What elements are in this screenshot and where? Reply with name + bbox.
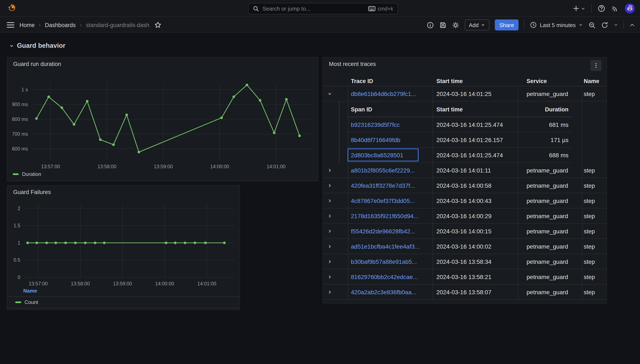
add-button-label: Add <box>469 22 479 28</box>
trace-row[interactable]: 81629760bb2c42edcae... 2024-03-16 13:58:… <box>323 269 606 284</box>
legend-item-duration[interactable]: Duration <box>13 171 41 177</box>
span-id-link[interactable]: 2d803bc8a6528501 <box>351 152 403 158</box>
span-id-link[interactable]: 8b40d6f716649fdb <box>351 136 400 143</box>
traces-table: Trace ID Start time Service Name db8e61b… <box>323 76 606 300</box>
expand-row-chevron-icon[interactable] <box>327 228 332 234</box>
toolbar-divider <box>623 21 624 29</box>
trace-row[interactable]: 420a2ab2c3e836fb0aa... 2024-03-16 13:58:… <box>323 284 606 300</box>
svg-text:700 ms: 700 ms <box>12 131 28 137</box>
trace-service: petname_guard <box>527 197 568 204</box>
trace-row[interactable]: ad51e1bcfba4c1fee4af3... 2024-03-16 14:0… <box>323 239 606 254</box>
toolbar-divider <box>524 21 525 29</box>
zoom-out-icon[interactable] <box>588 21 595 28</box>
refresh-interval-chevron-icon[interactable] <box>614 23 618 27</box>
add-button[interactable]: Add <box>465 20 489 30</box>
expand-row-chevron-icon[interactable] <box>327 183 332 188</box>
expand-row-chevron-icon[interactable] <box>327 213 332 218</box>
trace-row-expanded[interactable]: db8e61b64d6cb279fc1... 2024-03-16 14:01:… <box>323 86 606 102</box>
refresh-icon[interactable] <box>601 21 608 28</box>
failures-chart[interactable]: 00.511.5213:57:0013:58:0013:59:0014:00:0… <box>7 186 241 295</box>
legend-divider <box>7 308 240 308</box>
user-avatar[interactable] <box>625 4 635 14</box>
legend-swatch <box>15 302 21 303</box>
time-range-label: Last 5 minutes <box>540 22 576 28</box>
keyboard-icon <box>368 6 375 12</box>
panel-title[interactable]: Most recent traces <box>329 61 376 67</box>
collapse-row-chevron-icon[interactable] <box>327 91 332 96</box>
trace-row[interactable]: f55426d2de96628fb42... 2024-03-16 14:00:… <box>323 224 606 239</box>
expand-row-chevron-icon[interactable] <box>327 259 332 264</box>
panel-guard-failures: Guard Failures 00.511.5213:57:0013:58:00… <box>7 185 240 310</box>
duration-chart[interactable]: 600 ms700 ms800 ms900 ms1 s13:57:0013:58… <box>7 58 319 182</box>
topbar-divider <box>591 4 592 13</box>
panel-menu-kebab-icon[interactable] <box>590 60 601 71</box>
trace-id-link[interactable]: ad51e1bcfba4c1fee4af3... <box>351 243 419 250</box>
legend-sort-header[interactable]: Name <box>23 288 37 294</box>
trace-id-link[interactable]: 420a2ab2c3e836fb0aa... <box>351 288 416 295</box>
breadcrumb-dashboards[interactable]: Dashboards <box>45 22 76 28</box>
menu-hamburger-icon[interactable] <box>7 22 14 28</box>
span-id-link[interactable]: b92316239d5f7fcc <box>351 121 399 128</box>
search-icon <box>253 6 259 12</box>
news-rss-icon[interactable] <box>611 5 619 12</box>
trace-row[interactable]: b30baf9b57a88e91ab5... 2024-03-16 13:58:… <box>323 254 606 269</box>
col-header-start-time: Start time <box>437 78 463 84</box>
time-range-picker[interactable]: Last 5 minutes <box>530 22 583 28</box>
svg-text:13:58:00: 13:58:00 <box>97 164 116 169</box>
trace-name: step <box>584 182 595 189</box>
panel-info-icon[interactable] <box>426 21 434 28</box>
col-header-span-duration: Duration <box>545 106 568 112</box>
save-dashboard-icon[interactable] <box>439 21 446 28</box>
add-new-icon[interactable] <box>573 5 585 12</box>
trace-service: petname_guard <box>527 182 568 189</box>
trace-name: step <box>584 243 595 250</box>
span-row[interactable]: 8b40d6f716649fdb 2024-03-16 14:01:26.157… <box>323 132 606 148</box>
svg-text:900 ms: 900 ms <box>12 102 28 107</box>
panel-guard-run-duration: Guard run duration 600 ms700 ms800 ms900… <box>7 57 318 181</box>
trace-service: petname_guard <box>527 258 568 265</box>
row-guard-behavior[interactable]: Guard behavior <box>9 42 65 50</box>
breadcrumb-home[interactable]: Home <box>20 22 35 28</box>
trace-id-link[interactable]: f55426d2de96628fb42... <box>351 228 415 234</box>
trace-name: step <box>584 212 595 219</box>
trace-row[interactable]: 2178d1635f921f650d94... 2024-03-16 14:00… <box>323 208 606 224</box>
trace-row[interactable]: a801b2f8055c6ef2229... 2024-03-16 14:01:… <box>323 163 606 178</box>
trace-id-link[interactable]: db8e61b64d6cb279fc1... <box>351 90 416 97</box>
trace-row[interactable]: 420fea31ff3278e7d37f... 2024-03-16 14:00… <box>323 178 606 193</box>
span-duration: 681 ms <box>549 121 568 128</box>
trace-spans-subtable: Span ID Start time Duration b92316239d5f… <box>323 102 606 163</box>
expand-row-chevron-icon[interactable] <box>327 244 332 249</box>
search-placeholder: Search or jump to... <box>263 6 368 12</box>
panel-most-recent-traces: Most recent traces Trace ID Start time S… <box>323 57 607 304</box>
legend-swatch <box>13 173 19 175</box>
expand-row-chevron-icon[interactable] <box>327 198 332 203</box>
expand-row-chevron-icon[interactable] <box>327 274 332 279</box>
trace-id-link[interactable]: 81629760bb2c42edcae... <box>351 273 418 280</box>
trace-name: step <box>584 228 595 234</box>
trace-id-link[interactable]: 4c87867e0ef37f3dd05... <box>351 197 415 204</box>
collapse-toolbar-caret-icon[interactable] <box>629 22 635 28</box>
trace-id-link[interactable]: b30baf9b57a88e91ab5... <box>351 258 417 265</box>
trace-row[interactable]: 4c87867e0ef37f3dd05... 2024-03-16 14:00:… <box>323 193 606 208</box>
trace-id-link[interactable]: 420fea31ff3278e7d37f... <box>351 182 415 189</box>
expand-row-chevron-icon[interactable] <box>327 168 332 173</box>
svg-text:14:01:00: 14:01:00 <box>267 164 286 169</box>
span-row[interactable]: 2d803bc8a6528501 2024-03-16 14:01:25.474… <box>323 148 606 163</box>
share-button[interactable]: Share <box>495 20 519 30</box>
help-icon[interactable] <box>598 5 605 12</box>
trace-id-link[interactable]: 2178d1635f921f650d94... <box>351 212 418 219</box>
favorite-star-icon[interactable] <box>154 22 161 28</box>
trace-start-time: 2024-03-16 14:00:58 <box>437 182 491 189</box>
span-row[interactable]: b92316239d5f7fcc 2024-03-16 14:01:25.474… <box>323 117 606 132</box>
top-bar: Search or jump to... cmd+k <box>0 0 640 17</box>
legend-item-count[interactable]: Count <box>15 299 38 305</box>
expand-row-chevron-icon[interactable] <box>327 290 332 294</box>
span-duration: 688 ms <box>549 152 568 158</box>
dashboard-settings-gear-icon[interactable] <box>452 21 459 28</box>
trace-id-link[interactable]: a801b2f8055c6ef2229... <box>351 167 415 174</box>
grafana-logo-icon[interactable] <box>7 4 17 14</box>
global-search-input[interactable]: Search or jump to... cmd+k <box>248 3 398 14</box>
trace-service: petname_guard <box>527 228 568 234</box>
col-header-span-start: Start time <box>437 106 463 112</box>
trace-start-time: 2024-03-16 13:58:07 <box>437 288 491 295</box>
